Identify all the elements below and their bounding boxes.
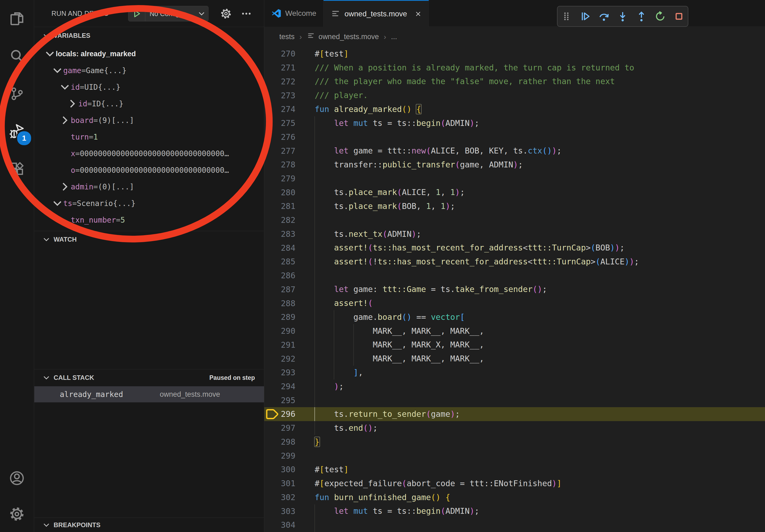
chevron-right-icon[interactable] — [67, 98, 78, 110]
line-number[interactable]: 299 — [280, 451, 296, 460]
tab-owned-tests-move[interactable]: owned_tests.move — [324, 0, 428, 27]
launch-config-dropdown[interactable]: No Configur — [128, 6, 209, 21]
activity-item-extensions[interactable] — [0, 150, 34, 187]
close-icon[interactable] — [415, 10, 421, 17]
code-line-281[interactable]: 281 ts.place_mark(BOB, 1, 1); — [264, 199, 765, 213]
activity-item-settings[interactable] — [0, 496, 34, 532]
line-number[interactable]: 293 — [280, 368, 296, 377]
line-number[interactable]: 290 — [280, 326, 296, 336]
activity-item-explorer[interactable] — [0, 0, 34, 38]
chevron-down-icon[interactable] — [44, 48, 56, 60]
activity-item-run-and-debug[interactable]: 1 — [0, 113, 34, 150]
code-line-299[interactable]: 299 — [264, 449, 765, 463]
code-line-278[interactable]: 278 transfer::public_transfer(game, ADMI… — [264, 158, 765, 172]
line-number[interactable]: 286 — [280, 271, 296, 280]
line-number[interactable]: 279 — [280, 174, 296, 183]
code-line-300[interactable]: 300#[test] — [264, 463, 765, 476]
line-number[interactable]: 280 — [280, 188, 296, 197]
code-line-276[interactable]: 276 — [264, 130, 765, 144]
breadcrumb-item[interactable]: owned_tests.move — [307, 32, 379, 42]
continue-button[interactable] — [579, 10, 591, 23]
code-line-275[interactable]: 275 let mut ts = ts::begin(ADMIN); — [264, 116, 765, 130]
code-line-293[interactable]: 293 ], — [264, 366, 765, 380]
line-number[interactable]: 283 — [280, 229, 296, 239]
line-number[interactable]: 289 — [280, 312, 296, 322]
line-number[interactable]: 304 — [280, 520, 296, 530]
line-number[interactable]: 284 — [280, 243, 296, 253]
start-debugging-icon[interactable] — [128, 6, 145, 21]
code-line-280[interactable]: 280 ts.place_mark(ALICE, 1, 1); — [264, 185, 765, 199]
step-over-button[interactable] — [598, 10, 610, 23]
activity-item-account[interactable] — [0, 460, 34, 496]
watch-section-header[interactable]: WATCH — [34, 231, 264, 248]
code-line-291[interactable]: 291 MARK__, MARK_X, MARK__, — [264, 338, 765, 352]
code-line-294[interactable]: 294 ); — [264, 380, 765, 394]
variable-row-o[interactable]: o = 00000000000000000000000000000000… — [34, 162, 264, 178]
line-number[interactable]: 300 — [280, 465, 296, 474]
variable-row-board[interactable]: board = (9)[...] — [34, 112, 264, 129]
breadcrumb-item[interactable]: tests — [279, 33, 295, 41]
variable-row-id[interactable]: id = ID{...} — [34, 95, 264, 112]
line-number[interactable]: 277 — [280, 146, 296, 155]
code-line-271[interactable]: 271/// When a position is already marked… — [264, 61, 765, 75]
code-line-298[interactable]: 298} — [264, 435, 765, 449]
line-number[interactable]: 298 — [280, 437, 296, 446]
stop-button[interactable] — [673, 10, 685, 23]
code-line-285[interactable]: 285 assert!(!ts::has_most_recent_for_add… — [264, 255, 765, 269]
code-line-277[interactable]: 277 let game = ttt::new(ALICE, BOB, KEY,… — [264, 144, 765, 158]
chevron-right-icon[interactable] — [59, 181, 71, 193]
code-line-273[interactable]: 273/// player. — [264, 89, 765, 102]
variable-row-turn[interactable]: turn = 1 — [34, 129, 264, 145]
code-line-304[interactable]: 304 — [264, 518, 765, 532]
line-number[interactable]: 295 — [280, 396, 296, 405]
activity-item-search[interactable] — [0, 38, 34, 75]
variable-row-x[interactable]: x = 00000000000000000000000000000000… — [34, 145, 264, 162]
variables-section-header[interactable]: VARIABLES — [34, 27, 264, 45]
code-line-284[interactable]: 284 assert!(ts::has_most_recent_for_addr… — [264, 241, 765, 255]
code-line-279[interactable]: 279 — [264, 172, 765, 186]
line-number[interactable]: 270 — [280, 49, 296, 58]
line-number[interactable]: 274 — [280, 105, 296, 114]
line-number[interactable]: 278 — [280, 160, 296, 169]
breadcrumb-item[interactable]: ... — [391, 33, 397, 41]
code-line-288[interactable]: 288 assert!( — [264, 296, 765, 310]
code-line-272[interactable]: 272/// the player who made the "false" m… — [264, 75, 765, 89]
line-number[interactable]: 297 — [280, 423, 296, 432]
variable-row-txn_number[interactable]: txn_number = 5 — [34, 212, 264, 228]
code-line-292[interactable]: 292 MARK__, MARK__, MARK__, — [264, 352, 765, 366]
more-actions-icon[interactable] — [239, 6, 254, 21]
code-line-290[interactable]: 290 MARK__, MARK__, MARK__, — [264, 324, 765, 338]
line-number[interactable]: 302 — [280, 493, 296, 502]
line-number[interactable]: 291 — [280, 340, 296, 350]
chevron-right-icon[interactable] — [59, 115, 71, 126]
call-stack-section-header[interactable]: CALL STACK Paused on step — [34, 369, 264, 386]
variable-row-admin[interactable]: admin = (0)[...] — [34, 178, 264, 195]
call-stack-frame[interactable]: already_marked owned_tests.move — [34, 386, 264, 402]
code-line-302[interactable]: 302fun burn_unfinished_game() { — [264, 490, 765, 504]
variable-row-id[interactable]: id = UID{...} — [34, 79, 264, 95]
code-line-297[interactable]: 297 ts.end(); — [264, 421, 765, 435]
line-number[interactable]: 296 — [280, 409, 296, 419]
breakpoints-section-header[interactable]: BREAKPOINTS — [34, 518, 264, 532]
code-line-289[interactable]: 289 game.board() == vector[ — [264, 310, 765, 324]
line-number[interactable]: 282 — [280, 215, 296, 225]
line-number[interactable]: 276 — [280, 132, 296, 142]
line-number[interactable]: 273 — [280, 91, 296, 100]
code-line-301[interactable]: 301#[expected_failure(abort_code = ttt::… — [264, 476, 765, 490]
code-line-286[interactable]: 286 — [264, 269, 765, 283]
line-number[interactable]: 294 — [280, 382, 296, 391]
chevron-down-icon[interactable] — [59, 81, 71, 93]
line-number[interactable]: 288 — [280, 299, 296, 308]
line-number[interactable]: 301 — [280, 479, 296, 488]
line-number[interactable]: 285 — [280, 257, 296, 266]
code-line-283[interactable]: 283 ts.next_tx(ADMIN); — [264, 227, 765, 241]
tab-welcome[interactable]: Welcome — [264, 0, 324, 27]
code-line-282[interactable]: 282 — [264, 213, 765, 227]
code-line-295[interactable]: 295 — [264, 393, 765, 407]
variable-row-game[interactable]: game = Game{...} — [34, 62, 264, 79]
line-number[interactable]: 275 — [280, 119, 296, 128]
line-number[interactable]: 287 — [280, 285, 296, 294]
line-number[interactable]: 303 — [280, 507, 296, 516]
code-line-270[interactable]: 270#[test] — [264, 47, 765, 61]
code-line-296[interactable]: 296 ts.return_to_sender(game); — [264, 407, 765, 421]
